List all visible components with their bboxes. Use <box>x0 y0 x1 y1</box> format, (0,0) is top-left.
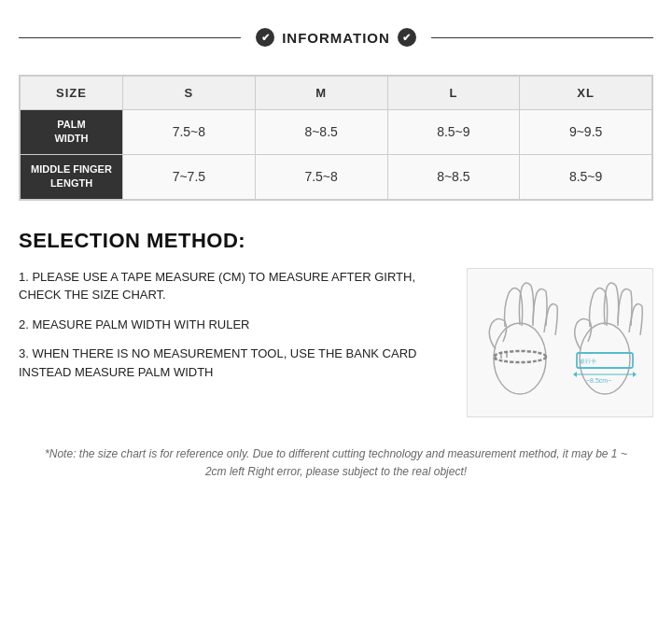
row-label-palm: PALMWIDTH <box>21 110 123 155</box>
svg-marker-9 <box>573 372 577 377</box>
svg-text:~8.5cm~: ~8.5cm~ <box>586 377 611 384</box>
selection-section: SELECTION METHOD: 1. PLEASE USE A TAPE M… <box>19 229 653 417</box>
table-row: PALMWIDTH 7.5~8 8~8.5 8.5~9 9~9.5 <box>21 110 652 155</box>
finger-xl: 8.5~9 <box>520 154 652 199</box>
header-title: INFORMATION <box>282 30 390 46</box>
info-icon-left: ✔ <box>256 28 274 47</box>
col-header-xl: XL <box>520 77 652 110</box>
finger-s: 7~7.5 <box>123 154 256 199</box>
selection-content: 1. PLEASE USE A TAPE MEASURE (CM) TO MEA… <box>19 268 653 417</box>
selection-step-3: 3. WHEN THERE IS NO MEASUREMENT TOOL, US… <box>19 345 448 381</box>
glove-illustration: 银行卡 ~8.5cm~ <box>467 268 653 417</box>
table-row: MIDDLE FINGERLENGTH 7~7.5 7.5~8 8~8.5 8.… <box>21 154 652 199</box>
selection-step-1: 1. PLEASE USE A TAPE MEASURE (CM) TO MEA… <box>19 268 448 304</box>
col-header-m: M <box>255 77 387 110</box>
header-line-right <box>431 37 653 38</box>
header-section: ✔ INFORMATION ✔ <box>19 19 653 56</box>
note-text: *Note: the size chart is for reference o… <box>37 445 635 481</box>
palm-m: 8~8.5 <box>255 110 387 155</box>
header-title-wrapper: ✔ INFORMATION ✔ <box>241 28 431 47</box>
palm-l: 8.5~9 <box>387 110 520 155</box>
svg-marker-10 <box>633 372 637 377</box>
selection-step-2: 2. MEASURE PALM WIDTH WITH RULER <box>19 316 448 334</box>
col-header-size: SIZE <box>21 77 123 110</box>
size-table: SIZE S M L XL PALMWIDTH 7.5~8 8~8.5 8.5~… <box>20 76 652 200</box>
finger-l: 8~8.5 <box>387 154 520 199</box>
header-line-left <box>19 37 241 38</box>
selection-title: SELECTION METHOD: <box>19 229 653 253</box>
svg-text:银行卡: 银行卡 <box>579 359 596 364</box>
col-header-l: L <box>387 77 520 110</box>
note-section: *Note: the size chart is for reference o… <box>19 436 653 490</box>
table-header-row: SIZE S M L XL <box>21 77 652 110</box>
palm-xl: 9~9.5 <box>520 110 652 155</box>
selection-steps: 1. PLEASE USE A TAPE MEASURE (CM) TO MEA… <box>19 268 448 393</box>
info-icon-right: ✔ <box>398 28 416 47</box>
row-label-finger: MIDDLE FINGERLENGTH <box>21 154 123 199</box>
palm-s: 7.5~8 <box>123 110 256 155</box>
col-header-s: S <box>123 77 256 110</box>
size-table-wrapper: SIZE S M L XL PALMWIDTH 7.5~8 8~8.5 8.5~… <box>19 75 653 201</box>
finger-m: 7.5~8 <box>255 154 387 199</box>
